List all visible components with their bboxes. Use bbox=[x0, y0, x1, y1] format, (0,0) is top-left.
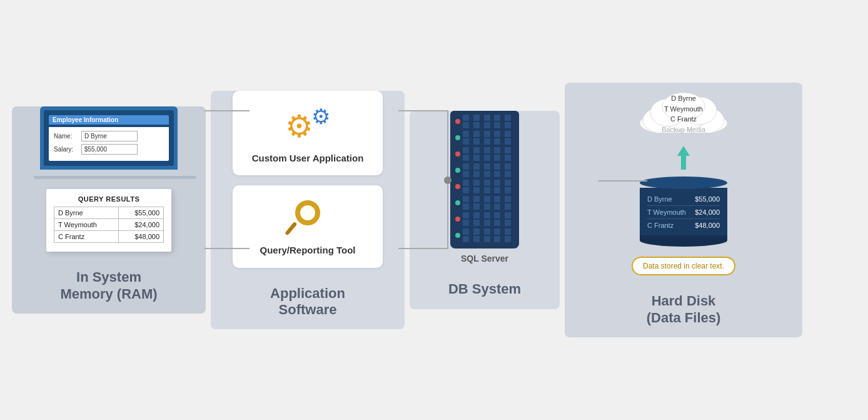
server-grid-cell bbox=[484, 171, 490, 177]
server-grid-cell bbox=[484, 115, 490, 121]
server-row-3 bbox=[455, 147, 514, 161]
server-dot-red-3 bbox=[455, 184, 460, 189]
server-grid-cell bbox=[494, 138, 500, 145]
query-title: QUERY RESULTS bbox=[54, 195, 164, 203]
server-grid-cell bbox=[463, 131, 469, 137]
server-grid-cell bbox=[463, 180, 469, 186]
hd-label: Hard Disk (Data Files) bbox=[647, 293, 721, 326]
connector-line-3 bbox=[398, 110, 448, 111]
emp-info-bar: Employee Information bbox=[49, 115, 169, 125]
laptop-screen-inner: Employee Information Name: D Byrne Salar… bbox=[44, 110, 174, 166]
server-grid-cell bbox=[505, 187, 511, 193]
server-grid-cell bbox=[463, 220, 469, 226]
server-grid-cell bbox=[484, 147, 490, 153]
server-grid-cell bbox=[505, 171, 511, 177]
backup-cloud-wrap: D Byrne T Weymouth C Frantz Backup Media bbox=[633, 89, 734, 139]
gear-icon-wrap: ⚙ ⚙ bbox=[285, 106, 330, 146]
server-dot-teal-1 bbox=[455, 135, 460, 140]
server-grid-cell bbox=[494, 180, 500, 186]
server-grid-cell bbox=[473, 163, 480, 170]
server-grid-cell bbox=[473, 220, 480, 226]
cyl-name-2: T Weymouth bbox=[647, 208, 686, 216]
cyl-name-3: C Frantz bbox=[647, 222, 674, 229]
server-grid-cell bbox=[473, 147, 480, 153]
query-cell-value: $55,000 bbox=[118, 207, 163, 219]
laptop-foot bbox=[34, 176, 196, 179]
server-grid-cell bbox=[484, 138, 490, 145]
ram-panel: Employee Information Name: D Byrne Salar… bbox=[12, 106, 206, 314]
server-row-5 bbox=[455, 180, 514, 193]
gear-large-icon: ⚙ bbox=[285, 111, 313, 142]
server-dot-teal-2 bbox=[455, 168, 460, 173]
server-grid-cell bbox=[473, 155, 480, 161]
laptop-base bbox=[34, 170, 184, 176]
main-diagram: Employee Information Name: D Byrne Salar… bbox=[12, 10, 856, 411]
server-grid-cell bbox=[494, 187, 500, 193]
teal-arrow bbox=[677, 146, 690, 170]
server-grid-cell bbox=[473, 131, 480, 137]
server-grid-8 bbox=[463, 228, 514, 242]
cyl-top bbox=[640, 177, 727, 189]
query-table: D Byrne$55,000T Weymouth$24,000C Frantz$… bbox=[54, 207, 164, 243]
hd-contents: D Byrne T Weymouth C Frantz Backup Media bbox=[565, 83, 802, 275]
server-grid-cell bbox=[473, 236, 480, 242]
cloud-text: D Byrne T Weymouth C Frantz Backup Media bbox=[662, 93, 705, 135]
query-table-row: C Frantz$48,000 bbox=[54, 231, 164, 243]
cyl-salary-1: $55,000 bbox=[695, 195, 720, 203]
emp-salary-value: $55,000 bbox=[81, 144, 138, 155]
server-grid-cell bbox=[484, 212, 490, 218]
server-grid-5 bbox=[463, 180, 514, 193]
cyl-row-1: D Byrne $55,000 bbox=[647, 193, 720, 206]
server-grid-cell bbox=[505, 147, 511, 153]
arrow-stem bbox=[681, 156, 686, 170]
server-grid-cell bbox=[494, 147, 500, 153]
server-grid-cell bbox=[494, 115, 500, 121]
connector-line-db-hd bbox=[598, 180, 647, 182]
cyl-salary-3: $48,000 bbox=[695, 222, 720, 229]
server-grid-cell bbox=[484, 131, 490, 137]
server-grid-cell bbox=[463, 155, 469, 161]
server-grid-2 bbox=[463, 131, 514, 145]
laptop-screen: Employee Information Name: D Byrne Salar… bbox=[40, 106, 178, 170]
mag-circle bbox=[295, 200, 320, 225]
arrow-up-wrap bbox=[677, 145, 690, 170]
server-row-7 bbox=[455, 212, 514, 226]
gear-small-icon: ⚙ bbox=[311, 106, 330, 127]
server-grid-cell bbox=[473, 122, 480, 128]
server-grid-cell bbox=[473, 212, 480, 218]
server-grid-cell bbox=[494, 228, 500, 235]
emp-salary-label: Salary: bbox=[54, 146, 79, 153]
server-grid-cell bbox=[484, 180, 490, 186]
cyl-salary-2: $24,000 bbox=[695, 208, 720, 216]
server-grid-cell bbox=[463, 138, 469, 145]
arrow-head-up bbox=[677, 146, 690, 156]
emp-name-label: Name: bbox=[54, 133, 79, 140]
server-grid-cell bbox=[505, 131, 511, 137]
server-grid-cell bbox=[505, 220, 511, 226]
server-grid-cell bbox=[463, 122, 469, 128]
server-grid-cell bbox=[473, 196, 480, 202]
custom-user-app-card: ⚙ ⚙ Custom User Application bbox=[233, 91, 383, 176]
emp-salary-row: Salary: $55,000 bbox=[54, 144, 164, 155]
query-table-row: D Byrne$55,000 bbox=[54, 207, 164, 219]
cloud-name-3: C Frantz bbox=[662, 114, 705, 125]
server-grid-cell bbox=[473, 187, 480, 193]
server-grid-cell bbox=[484, 203, 490, 210]
server-grid-cell bbox=[484, 220, 490, 226]
query-results-card: QUERY RESULTS D Byrne$55,000T Weymouth$2… bbox=[46, 189, 171, 252]
server-grid-cell bbox=[463, 187, 469, 193]
server-dot-red-4 bbox=[455, 217, 460, 222]
server-row-2 bbox=[455, 131, 514, 145]
connector-dot bbox=[444, 177, 452, 184]
db-contents: SQL Server bbox=[410, 111, 560, 264]
emp-name-value: D Byrne bbox=[81, 131, 138, 141]
app-panel: ⚙ ⚙ Custom User Application Query/Report… bbox=[211, 91, 405, 330]
cyl-row-2: T Weymouth $24,000 bbox=[647, 206, 720, 219]
clear-text-badge: Data stored in clear text. bbox=[632, 257, 735, 275]
server-grid-cell bbox=[494, 196, 500, 202]
server-grid-cell bbox=[505, 212, 511, 218]
db-label: DB System bbox=[448, 281, 521, 297]
connector-line-4 bbox=[398, 248, 448, 249]
server-grid-cell bbox=[494, 236, 500, 242]
server-grid-cell bbox=[484, 155, 490, 161]
